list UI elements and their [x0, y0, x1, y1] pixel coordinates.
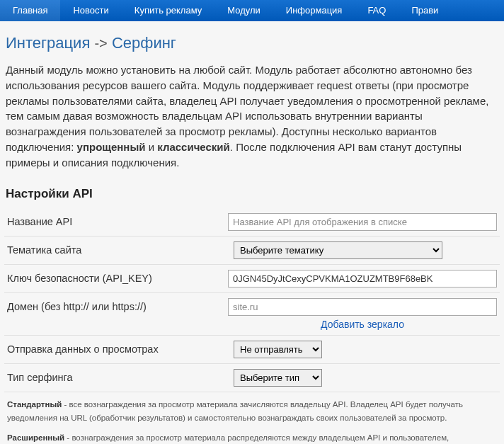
breadcrumb-integration[interactable]: Интеграция [6, 34, 90, 52]
desc-bold-simplified: упрощенный [77, 141, 146, 153]
note-standard-text: - все вознаграждения за просмотр материа… [7, 400, 463, 421]
module-description: Данный модуль можно установить на любой … [4, 62, 500, 170]
nav-modules[interactable]: Модули [214, 0, 273, 21]
input-api-name[interactable] [228, 213, 497, 231]
breadcrumb: Интеграция -> Серфинг [4, 34, 500, 52]
nav-buy-ads[interactable]: Купить рекламу [122, 0, 214, 21]
row-send-views: Отправка данных о просмотрах Не отправля… [4, 336, 500, 364]
note-standard-label: Стандартный [7, 400, 62, 409]
label-domain: Домен (без http:// или https://) [7, 298, 228, 312]
label-site-theme: Тематика сайта [7, 241, 234, 256]
input-api-key[interactable] [228, 270, 497, 288]
breadcrumb-arrow: -> [94, 35, 107, 51]
note-extended-label: Расширенный [7, 433, 64, 442]
row-domain: Домен (без http:// или https://) Добавит… [4, 293, 500, 336]
surf-type-notes: Стандартный - все вознаграждения за прос… [4, 392, 500, 444]
section-title-api-settings: Настройки API [4, 187, 500, 201]
nav-faq[interactable]: FAQ [355, 0, 399, 21]
select-surf-type[interactable]: Выберите тип [234, 369, 322, 387]
label-api-name: Название API [7, 213, 228, 227]
select-send-views[interactable]: Не отправлять [234, 341, 322, 358]
desc-joiner: и [145, 141, 157, 153]
row-site-theme: Тематика сайта Выберите тематику [4, 237, 500, 265]
note-extended-text: - вознаграждения за просмотр материала р… [64, 433, 449, 442]
desc-text-1: Данный модуль можно установить на любой … [6, 64, 488, 153]
row-api-key: Ключ безопасности (API_KEY) [4, 265, 500, 293]
api-settings-form: Название API Тематика сайта Выберите тем… [4, 208, 500, 392]
breadcrumb-surfing[interactable]: Серфинг [112, 34, 176, 52]
nav-rules[interactable]: Прави [399, 0, 451, 21]
label-surf-type: Тип серфинга [7, 369, 234, 383]
input-domain[interactable] [228, 298, 497, 316]
desc-bold-classic: классический [157, 141, 230, 153]
nav-home[interactable]: Главная [0, 0, 60, 21]
select-site-theme[interactable]: Выберите тематику [234, 241, 442, 259]
nav-news[interactable]: Новости [60, 0, 121, 21]
nav-info[interactable]: Информация [273, 0, 355, 21]
label-api-key: Ключ безопасности (API_KEY) [7, 270, 228, 284]
link-add-mirror[interactable]: Добавить зеркало [228, 319, 497, 330]
row-surf-type: Тип серфинга Выберите тип [4, 364, 500, 392]
row-api-name: Название API [4, 208, 500, 237]
top-nav: Главная Новости Купить рекламу Модули Ин… [0, 0, 504, 21]
label-send-views: Отправка данных о просмотрах [7, 341, 234, 355]
